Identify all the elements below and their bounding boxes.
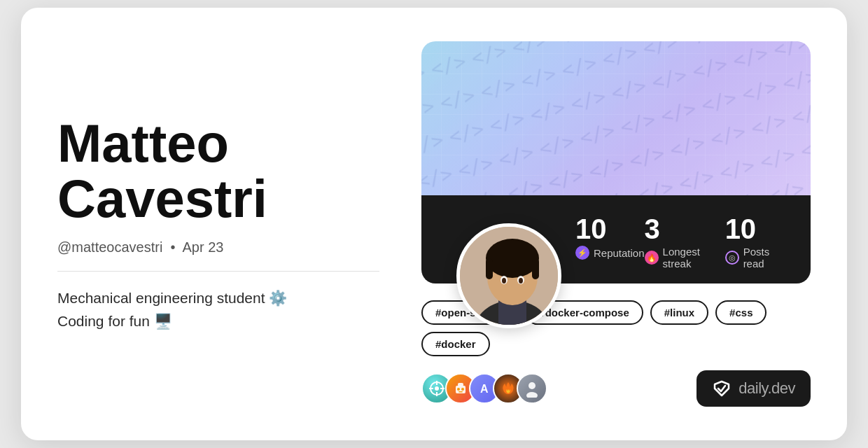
svg-text:A: A — [480, 383, 489, 395]
streak-stat: 3 🔥 Longest streak — [645, 215, 725, 270]
avatar — [456, 223, 561, 328]
bottom-row: A daily.dev — [421, 370, 811, 407]
pattern-svg: </> — [421, 41, 811, 195]
streak-value: 3 — [645, 215, 660, 243]
svg-point-21 — [457, 388, 460, 391]
daily-dev-logo[interactable]: daily.dev — [696, 370, 811, 407]
follower-avatar-5[interactable] — [517, 373, 547, 404]
profile-banner: </> — [421, 41, 811, 195]
svg-point-22 — [461, 388, 464, 391]
posts-label: ◎ Posts read — [725, 246, 788, 270]
profile-card: MatteoCavestri @matteocavestri • Apr 23 … — [21, 8, 847, 440]
svg-rect-1 — [421, 41, 811, 195]
reputation-icon: ⚡ — [575, 246, 589, 260]
daily-logo-text: daily.dev — [738, 379, 795, 398]
tag-item[interactable]: #css — [715, 300, 766, 325]
reputation-label: ⚡ Reputation — [575, 246, 645, 260]
svg-rect-23 — [458, 391, 463, 393]
user-meta: @matteocavestri • Apr 23 — [57, 239, 379, 255]
svg-point-12 — [519, 278, 523, 284]
tag-item[interactable]: #docker — [421, 332, 490, 356]
svg-rect-7 — [486, 258, 493, 279]
daily-logo-icon — [712, 379, 732, 398]
posts-icon: ◎ — [725, 251, 739, 265]
reputation-value: 10 — [575, 215, 607, 243]
svg-rect-20 — [458, 383, 463, 386]
left-panel: MatteoCavestri @matteocavestri • Apr 23 … — [57, 115, 379, 333]
followers-list: A — [421, 373, 547, 404]
svg-point-14 — [435, 386, 439, 391]
streak-icon: 🔥 — [645, 251, 659, 265]
streak-label: 🔥 Longest streak — [645, 246, 725, 270]
posts-stat: 10 ◎ Posts read — [725, 215, 788, 270]
reputation-stat: 10 ⚡ Reputation — [575, 215, 645, 260]
svg-rect-8 — [532, 258, 539, 279]
bio: Mechanical engineering student ⚙️ Coding… — [57, 287, 379, 332]
divider — [57, 271, 379, 272]
svg-point-6 — [486, 239, 539, 278]
svg-point-25 — [528, 382, 536, 389]
right-panel: </> — [421, 41, 811, 407]
posts-value: 10 — [725, 215, 757, 243]
user-name: MatteoCavestri — [57, 115, 379, 227]
profile-section: </> — [421, 41, 811, 300]
svg-point-11 — [502, 278, 506, 284]
tag-item[interactable]: #linux — [650, 300, 708, 325]
svg-point-26 — [526, 392, 538, 398]
